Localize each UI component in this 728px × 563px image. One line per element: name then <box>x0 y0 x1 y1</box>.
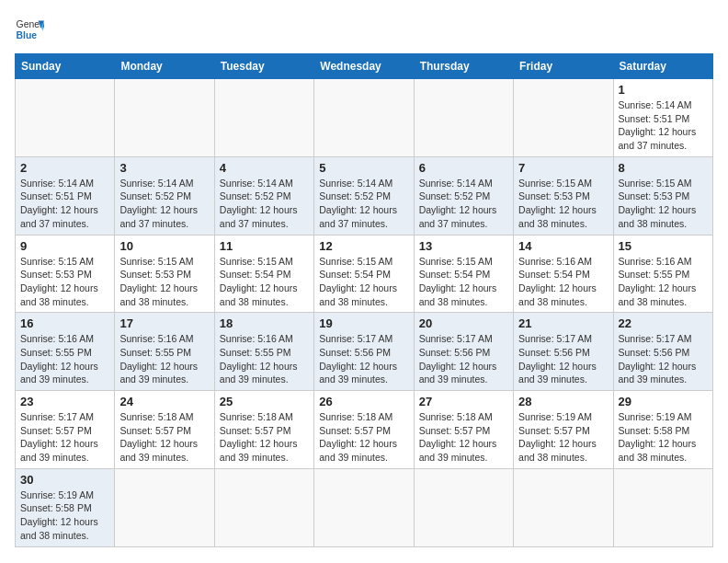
day-number: 11 <box>220 239 309 253</box>
day-info: Sunrise: 5:18 AMSunset: 5:57 PMDaylight:… <box>319 410 408 465</box>
day-number: 8 <box>619 161 708 175</box>
calendar-cell: 14Sunrise: 5:16 AMSunset: 5:54 PMDayligh… <box>514 235 613 313</box>
calendar-cell: 8Sunrise: 5:15 AMSunset: 5:53 PMDaylight… <box>613 156 712 235</box>
calendar-cell: 5Sunrise: 5:14 AMSunset: 5:52 PMDaylight… <box>314 156 414 235</box>
calendar-cell: 6Sunrise: 5:14 AMSunset: 5:52 PMDaylight… <box>414 156 513 235</box>
calendar-cell: 2Sunrise: 5:14 AMSunset: 5:51 PMDaylight… <box>16 156 115 235</box>
day-info: Sunrise: 5:18 AMSunset: 5:57 PMDaylight:… <box>419 410 508 465</box>
weekday-header-monday: Monday <box>115 54 214 79</box>
day-info: Sunrise: 5:19 AMSunset: 5:57 PMDaylight:… <box>518 410 608 465</box>
calendar-cell: 18Sunrise: 5:16 AMSunset: 5:55 PMDayligh… <box>214 313 313 391</box>
day-number: 22 <box>619 316 708 330</box>
day-info: Sunrise: 5:17 AMSunset: 5:56 PMDaylight:… <box>319 332 408 386</box>
weekday-header-tuesday: Tuesday <box>214 54 313 79</box>
calendar-cell <box>214 468 313 546</box>
day-info: Sunrise: 5:15 AMSunset: 5:54 PMDaylight:… <box>419 255 508 309</box>
calendar-cell <box>514 468 613 546</box>
weekday-header-row: SundayMondayTuesdayWednesdayThursdayFrid… <box>16 54 713 79</box>
day-number: 18 <box>220 316 309 330</box>
day-info: Sunrise: 5:19 AMSunset: 5:58 PMDaylight:… <box>20 488 109 543</box>
day-number: 5 <box>319 161 408 175</box>
calendar-cell: 10Sunrise: 5:15 AMSunset: 5:53 PMDayligh… <box>115 235 214 313</box>
day-info: Sunrise: 5:15 AMSunset: 5:53 PMDaylight:… <box>119 255 209 309</box>
day-info: Sunrise: 5:15 AMSunset: 5:54 PMDaylight:… <box>319 255 408 309</box>
calendar-cell: 13Sunrise: 5:15 AMSunset: 5:54 PMDayligh… <box>414 235 513 313</box>
calendar-week-row: 1Sunrise: 5:14 AMSunset: 5:51 PMDaylight… <box>16 79 713 157</box>
day-info: Sunrise: 5:14 AMSunset: 5:51 PMDaylight:… <box>20 177 109 231</box>
calendar-cell: 9Sunrise: 5:15 AMSunset: 5:53 PMDaylight… <box>16 235 115 313</box>
weekday-header-saturday: Saturday <box>613 54 712 79</box>
day-info: Sunrise: 5:16 AMSunset: 5:54 PMDaylight:… <box>518 255 608 309</box>
day-info: Sunrise: 5:18 AMSunset: 5:57 PMDaylight:… <box>119 410 209 465</box>
calendar-cell: 11Sunrise: 5:15 AMSunset: 5:54 PMDayligh… <box>214 235 313 313</box>
day-number: 17 <box>119 316 209 330</box>
calendar-cell: 19Sunrise: 5:17 AMSunset: 5:56 PMDayligh… <box>314 313 414 391</box>
day-info: Sunrise: 5:17 AMSunset: 5:56 PMDaylight:… <box>518 332 608 386</box>
day-info: Sunrise: 5:16 AMSunset: 5:55 PMDaylight:… <box>220 332 309 386</box>
calendar-table: SundayMondayTuesdayWednesdayThursdayFrid… <box>15 53 713 547</box>
day-number: 2 <box>20 161 109 175</box>
weekday-header-thursday: Thursday <box>414 54 513 79</box>
day-number: 29 <box>619 395 708 408</box>
day-number: 28 <box>518 395 608 408</box>
day-number: 23 <box>20 395 109 408</box>
day-number: 4 <box>220 161 309 175</box>
day-number: 7 <box>518 161 608 175</box>
day-number: 30 <box>20 473 109 487</box>
day-info: Sunrise: 5:15 AMSunset: 5:53 PMDaylight:… <box>619 177 708 231</box>
day-info: Sunrise: 5:15 AMSunset: 5:53 PMDaylight:… <box>518 177 608 231</box>
day-number: 15 <box>619 239 708 253</box>
calendar-cell <box>115 79 214 157</box>
day-info: Sunrise: 5:17 AMSunset: 5:56 PMDaylight:… <box>419 332 508 386</box>
calendar-cell: 17Sunrise: 5:16 AMSunset: 5:55 PMDayligh… <box>115 313 214 391</box>
calendar-cell: 28Sunrise: 5:19 AMSunset: 5:57 PMDayligh… <box>514 391 613 469</box>
day-number: 20 <box>419 316 508 330</box>
calendar-cell: 20Sunrise: 5:17 AMSunset: 5:56 PMDayligh… <box>414 313 513 391</box>
calendar-cell <box>613 468 712 546</box>
day-number: 21 <box>518 316 608 330</box>
day-number: 27 <box>419 395 508 408</box>
day-number: 26 <box>319 395 408 408</box>
day-number: 16 <box>20 316 109 330</box>
day-number: 10 <box>119 239 209 253</box>
calendar-cell: 21Sunrise: 5:17 AMSunset: 5:56 PMDayligh… <box>514 313 613 391</box>
day-number: 9 <box>20 239 109 253</box>
day-number: 14 <box>518 239 608 253</box>
calendar-cell: 22Sunrise: 5:17 AMSunset: 5:56 PMDayligh… <box>613 313 712 391</box>
day-info: Sunrise: 5:18 AMSunset: 5:57 PMDaylight:… <box>220 410 309 465</box>
day-number: 6 <box>419 161 508 175</box>
calendar-cell: 12Sunrise: 5:15 AMSunset: 5:54 PMDayligh… <box>314 235 414 313</box>
day-info: Sunrise: 5:15 AMSunset: 5:54 PMDaylight:… <box>220 255 309 309</box>
weekday-header-wednesday: Wednesday <box>314 54 414 79</box>
day-number: 3 <box>119 161 209 175</box>
day-info: Sunrise: 5:17 AMSunset: 5:56 PMDaylight:… <box>619 332 708 386</box>
calendar-cell: 24Sunrise: 5:18 AMSunset: 5:57 PMDayligh… <box>115 391 214 469</box>
calendar-cell: 7Sunrise: 5:15 AMSunset: 5:53 PMDaylight… <box>514 156 613 235</box>
calendar-week-row: 23Sunrise: 5:17 AMSunset: 5:57 PMDayligh… <box>16 391 713 469</box>
calendar-cell: 15Sunrise: 5:16 AMSunset: 5:55 PMDayligh… <box>613 235 712 313</box>
day-info: Sunrise: 5:14 AMSunset: 5:52 PMDaylight:… <box>119 177 209 231</box>
calendar-week-row: 30Sunrise: 5:19 AMSunset: 5:58 PMDayligh… <box>16 468 713 546</box>
calendar-cell: 25Sunrise: 5:18 AMSunset: 5:57 PMDayligh… <box>214 391 313 469</box>
calendar-cell <box>314 468 414 546</box>
weekday-header-friday: Friday <box>514 54 613 79</box>
calendar-week-row: 16Sunrise: 5:16 AMSunset: 5:55 PMDayligh… <box>16 313 713 391</box>
calendar-cell <box>16 79 115 157</box>
calendar-cell <box>414 468 513 546</box>
day-info: Sunrise: 5:17 AMSunset: 5:57 PMDaylight:… <box>20 410 109 465</box>
calendar-cell <box>414 79 513 157</box>
calendar-cell: 3Sunrise: 5:14 AMSunset: 5:52 PMDaylight… <box>115 156 214 235</box>
day-info: Sunrise: 5:15 AMSunset: 5:53 PMDaylight:… <box>20 255 109 309</box>
calendar-cell: 16Sunrise: 5:16 AMSunset: 5:55 PMDayligh… <box>16 313 115 391</box>
calendar-cell: 4Sunrise: 5:14 AMSunset: 5:52 PMDaylight… <box>214 156 313 235</box>
calendar-week-row: 9Sunrise: 5:15 AMSunset: 5:53 PMDaylight… <box>16 235 713 313</box>
day-number: 19 <box>319 316 408 330</box>
calendar-cell: 29Sunrise: 5:19 AMSunset: 5:58 PMDayligh… <box>613 391 712 469</box>
day-number: 13 <box>419 239 508 253</box>
logo-icon: General Blue <box>15 15 44 44</box>
calendar-cell: 30Sunrise: 5:19 AMSunset: 5:58 PMDayligh… <box>16 468 115 546</box>
day-number: 12 <box>319 239 408 253</box>
calendar-cell <box>514 79 613 157</box>
day-info: Sunrise: 5:14 AMSunset: 5:52 PMDaylight:… <box>220 177 309 231</box>
calendar-cell: 27Sunrise: 5:18 AMSunset: 5:57 PMDayligh… <box>414 391 513 469</box>
